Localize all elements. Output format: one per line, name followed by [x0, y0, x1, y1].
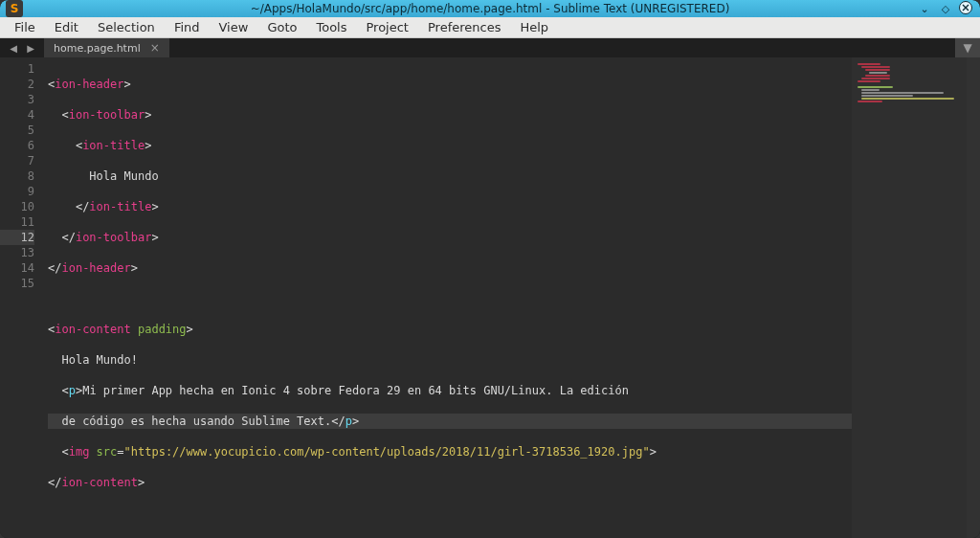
line-number: 1: [0, 61, 34, 77]
close-icon[interactable]: [959, 1, 972, 14]
tab-forward-icon[interactable]: ▶: [23, 38, 38, 57]
menubar: File Edit Selection Find View Goto Tools…: [0, 17, 980, 38]
minimize-icon[interactable]: ⌄: [917, 1, 932, 16]
titlebar[interactable]: S ~/Apps/HolaMundo/src/app/home/home.pag…: [0, 0, 980, 17]
maximize-icon[interactable]: ◇: [938, 1, 953, 16]
editor: 1 2 3 4 5 6 7 8 9 10 11 12 13 14 15 <ion…: [0, 57, 980, 538]
line-number: 12: [0, 230, 34, 245]
line-number: 15: [0, 276, 34, 291]
menu-selection[interactable]: Selection: [89, 17, 164, 37]
tabbar: ◀ ▶ home.page.html × ▼: [0, 38, 980, 57]
tab-home-page[interactable]: home.page.html ×: [44, 38, 169, 57]
window-controls: ⌄ ◇: [917, 1, 980, 16]
line-number: 14: [0, 260, 34, 276]
code-area[interactable]: <ion-header> <ion-toolbar> <ion-title> H…: [42, 57, 852, 538]
app-window: S ~/Apps/HolaMundo/src/app/home/home.pag…: [0, 0, 980, 538]
line-number: 4: [0, 107, 34, 123]
tab-back-icon[interactable]: ◀: [6, 38, 21, 57]
menu-file[interactable]: File: [6, 17, 44, 37]
line-number: 11: [0, 214, 34, 230]
line-number: 6: [0, 138, 34, 153]
menu-help[interactable]: Help: [511, 17, 557, 37]
line-number: 3: [0, 92, 34, 107]
tab-nav: ◀ ▶: [0, 38, 44, 57]
vertical-scrollbar[interactable]: [967, 57, 980, 538]
gutter: 1 2 3 4 5 6 7 8 9 10 11 12 13 14 15: [0, 57, 42, 538]
menu-project[interactable]: Project: [357, 17, 416, 37]
tab-label: home.page.html: [54, 42, 141, 55]
line-number: 2: [0, 77, 34, 92]
line-number: 10: [0, 199, 34, 214]
line-number: 9: [0, 184, 34, 199]
minimap[interactable]: [852, 57, 967, 538]
tab-close-icon[interactable]: ×: [150, 41, 160, 55]
line-number: 7: [0, 153, 34, 168]
menu-preferences[interactable]: Preferences: [419, 17, 509, 37]
menu-find[interactable]: Find: [166, 17, 209, 37]
menu-edit[interactable]: Edit: [46, 17, 87, 37]
menu-tools[interactable]: Tools: [307, 17, 355, 37]
menu-goto[interactable]: Goto: [258, 17, 305, 37]
app-icon: S: [6, 0, 23, 17]
window-title: ~/Apps/HolaMundo/src/app/home/home.page.…: [0, 2, 980, 15]
tab-overflow-icon[interactable]: ▼: [955, 38, 980, 57]
line-number: 8: [0, 168, 34, 184]
menu-view[interactable]: View: [211, 17, 257, 37]
line-number: 13: [0, 245, 34, 260]
line-number: 5: [0, 123, 34, 138]
